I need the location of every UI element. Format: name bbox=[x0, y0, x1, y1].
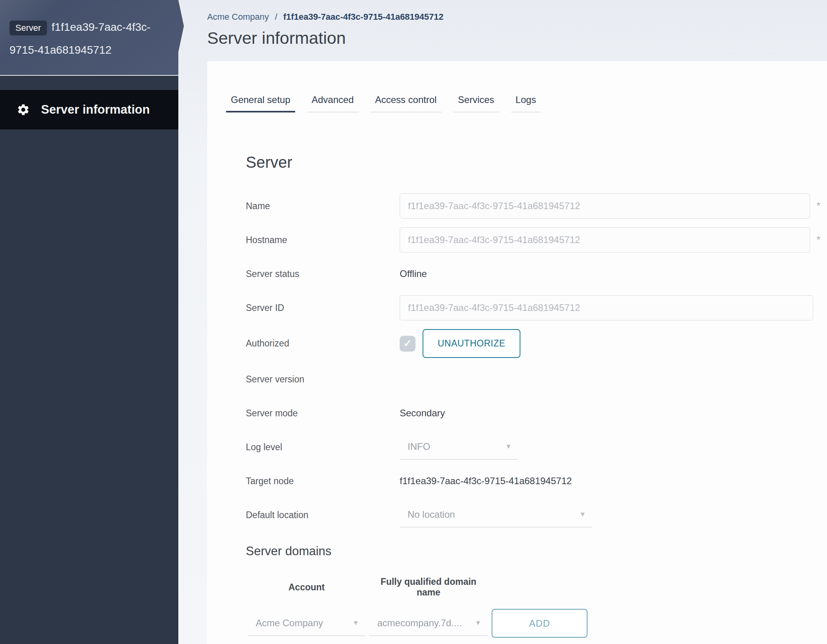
server-type-badge: Server bbox=[9, 21, 47, 36]
default-location-selected-value: No location bbox=[408, 509, 455, 520]
server-domains-table: Account Fully qualified domain name Acme… bbox=[248, 577, 821, 638]
server-id-input[interactable] bbox=[400, 295, 813, 320]
breadcrumb: Acme Company / f1f1ea39-7aac-4f3c-9715-4… bbox=[207, 0, 827, 22]
field-row-default-location: Default location No location ▼ bbox=[246, 502, 821, 528]
hostname-label: Hostname bbox=[246, 235, 400, 245]
field-row-name: Name * bbox=[246, 193, 821, 219]
breadcrumb-separator: / bbox=[275, 12, 277, 22]
field-row-target-node: Target node f1f1ea39-7aac-4f3c-9715-41a6… bbox=[246, 468, 821, 494]
tab-general-setup[interactable]: General setup bbox=[226, 94, 295, 112]
field-row-server-status: Server status Offline bbox=[246, 261, 821, 286]
sidebar-nav: Server information bbox=[0, 76, 178, 129]
sidebar-item-label: Server information bbox=[41, 103, 150, 117]
server-mode-label: Server mode bbox=[246, 408, 400, 419]
field-row-log-level: Log level INFO ▼ bbox=[246, 434, 821, 460]
log-level-label: Log level bbox=[246, 442, 400, 453]
authorized-label: Authorized bbox=[246, 338, 400, 349]
tab-bar: General setup Advanced Access control Se… bbox=[226, 94, 827, 112]
server-id-label: Server ID bbox=[246, 303, 400, 313]
section-title-server-domains: Server domains bbox=[246, 544, 821, 558]
log-level-selected-value: INFO bbox=[408, 441, 430, 452]
check-icon: ✓ bbox=[403, 337, 412, 350]
add-domain-button[interactable]: ADD bbox=[492, 609, 588, 638]
required-asterisk: * bbox=[816, 234, 821, 246]
tab-access-control[interactable]: Access control bbox=[370, 94, 442, 112]
tab-logs[interactable]: Logs bbox=[511, 94, 541, 112]
main-content: Acme Company / f1f1ea39-7aac-4f3c-9715-4… bbox=[178, 0, 827, 644]
chevron-down-icon: ▼ bbox=[475, 619, 481, 627]
authorized-checkbox[interactable]: ✓ bbox=[400, 336, 415, 352]
breadcrumb-current: f1f1ea39-7aac-4f3c-9715-41a681945712 bbox=[283, 12, 443, 22]
fqdn-selected-value: acmecompany.7d.... bbox=[377, 618, 462, 629]
name-input[interactable] bbox=[400, 193, 810, 219]
server-status-label: Server status bbox=[246, 269, 400, 279]
default-location-label: Default location bbox=[246, 510, 400, 520]
fqdn-select[interactable]: acmecompany.7d.... ▼ bbox=[369, 611, 488, 636]
field-row-server-version: Server version bbox=[246, 367, 821, 392]
content-card: General setup Advanced Access control Se… bbox=[207, 61, 827, 644]
server-mode-value: Secondary bbox=[400, 408, 445, 419]
tab-advanced[interactable]: Advanced bbox=[307, 94, 359, 112]
gear-icon bbox=[17, 103, 30, 116]
server-form: Server Name * Hostname * Server status O… bbox=[246, 154, 827, 638]
chevron-down-icon: ▼ bbox=[505, 443, 512, 451]
chevron-down-icon: ▼ bbox=[579, 511, 586, 519]
sidebar-divider bbox=[0, 75, 178, 76]
field-row-authorized: Authorized ✓ UNAUTHORIZE bbox=[246, 329, 821, 358]
required-asterisk: * bbox=[816, 200, 821, 212]
sidebar-header: Serverf1f1ea39-7aac-4f3c-9715-41a6819457… bbox=[0, 0, 184, 75]
unauthorize-button[interactable]: UNAUTHORIZE bbox=[423, 329, 520, 358]
section-title-server: Server bbox=[246, 154, 821, 171]
breadcrumb-parent-link[interactable]: Acme Company bbox=[207, 12, 269, 22]
hostname-input[interactable] bbox=[400, 227, 810, 253]
server-status-value: Offline bbox=[400, 268, 427, 279]
column-header-fqdn: Fully qualified domain name bbox=[369, 577, 488, 609]
target-node-value: f1f1ea39-7aac-4f3c-9715-41a681945712 bbox=[400, 476, 572, 487]
column-header-account: Account bbox=[248, 582, 365, 604]
log-level-select[interactable]: INFO ▼ bbox=[400, 434, 518, 460]
field-row-hostname: Hostname * bbox=[246, 227, 821, 253]
tab-services[interactable]: Services bbox=[453, 94, 499, 112]
sidebar-server-label: Serverf1f1ea39-7aac-4f3c-9715-41a6819457… bbox=[9, 16, 174, 62]
target-node-label: Target node bbox=[246, 476, 400, 487]
account-selected-value: Acme Company bbox=[256, 618, 323, 629]
chevron-down-icon: ▼ bbox=[352, 619, 359, 627]
field-row-server-mode: Server mode Secondary bbox=[246, 401, 821, 426]
default-location-select[interactable]: No location ▼ bbox=[400, 502, 592, 528]
sidebar: Serverf1f1ea39-7aac-4f3c-9715-41a6819457… bbox=[0, 0, 178, 644]
name-label: Name bbox=[246, 201, 400, 212]
sidebar-item-server-information[interactable]: Server information bbox=[0, 90, 178, 129]
account-select[interactable]: Acme Company ▼ bbox=[248, 611, 365, 636]
page-title: Server information bbox=[207, 28, 827, 48]
server-version-label: Server version bbox=[246, 374, 400, 385]
field-row-server-id: Server ID bbox=[246, 295, 821, 320]
